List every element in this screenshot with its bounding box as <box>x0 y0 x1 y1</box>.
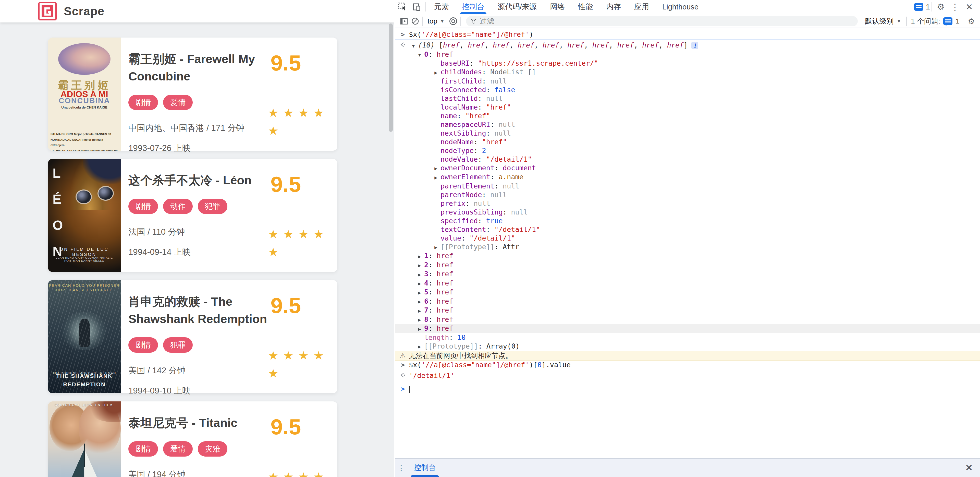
poster-beanie <box>83 159 121 183</box>
expand-arrow-icon[interactable]: ▶ <box>415 270 424 279</box>
inspect-element-icon[interactable] <box>395 0 410 14</box>
poster-sunglasses-left <box>76 190 92 204</box>
movie-title-link[interactable]: 泰坦尼克号 - Titanic <box>128 401 282 432</box>
console-expression: $x('//a[@class="name"]/@href') <box>409 30 980 39</box>
property-prototype: ▶[[Prototype]]: Attr <box>409 242 980 252</box>
movie-title-link[interactable]: 这个杀手不太冷 - Léon <box>128 159 282 189</box>
issues-label: 1 个问题: <box>911 16 940 26</box>
brand-name: Scrape <box>64 4 104 18</box>
tab-Lighthouse[interactable]: Lighthouse <box>655 0 705 14</box>
tag-剧情[interactable]: 剧情 <box>128 95 158 110</box>
clear-console-icon[interactable] <box>410 16 421 27</box>
poster-tagline2: HOPE CAN SET YOU FREE <box>48 288 121 292</box>
expand-arrow-icon[interactable]: ▶ <box>415 325 424 333</box>
issues-counter[interactable]: 1 <box>914 3 930 11</box>
context-label: top <box>428 17 438 25</box>
tag-剧情[interactable]: 剧情 <box>128 337 158 353</box>
drawer-tab-console[interactable]: 控制台 <box>407 459 442 477</box>
issues-bubble-icon <box>943 18 953 25</box>
movie-tags: 剧情犯罪 <box>128 337 286 353</box>
tag-爱情[interactable]: 爱情 <box>163 95 192 110</box>
funnel-icon <box>470 18 477 24</box>
expand-arrow-icon[interactable]: ▶ <box>431 243 441 252</box>
property-nextSibling: nextSibling: null <box>409 129 980 138</box>
console-settings-gear-icon[interactable]: ⚙ <box>966 16 977 27</box>
expand-arrow-icon[interactable]: ▶ <box>415 279 424 288</box>
tab-应用[interactable]: 应用 <box>628 0 655 14</box>
console-prompt-input[interactable] <box>409 384 980 393</box>
expand-arrow-icon[interactable]: ▶ <box>415 261 424 270</box>
tag-爱情[interactable]: 爱情 <box>163 441 192 456</box>
tag-剧情[interactable]: 剧情 <box>128 199 158 214</box>
expand-arrow-icon[interactable]: ▶ <box>415 342 424 351</box>
movie-release-date: 1993-07-26 上映 <box>128 142 286 154</box>
console-filter-input[interactable]: 过滤 <box>466 16 858 26</box>
tab-源代码/来源[interactable]: 源代码/来源 <box>491 0 543 14</box>
tag-灾难[interactable]: 灾难 <box>198 441 228 456</box>
poster-tagline: COULD COME BETWEEN THEM. <box>48 403 121 407</box>
collapse-arrow-icon[interactable]: ▼ <box>415 50 424 59</box>
device-toolbar-icon[interactable] <box>410 0 424 14</box>
settings-gear-icon[interactable]: ⚙ <box>934 0 948 14</box>
poster-image: COULD COME BETWEEN THEM.LEONARDO DiCAPRI… <box>48 401 121 477</box>
expand-arrow-icon[interactable]: ▶ <box>431 164 441 172</box>
expand-arrow-icon[interactable]: ▶ <box>431 173 441 182</box>
tab-控制台[interactable]: 控制台 <box>455 0 491 14</box>
console-log[interactable]: >$x('//a[@class="name"]/@href')▼(10) [hr… <box>395 29 980 458</box>
movie-title-link[interactable]: 肖申克的救赎 - The Shawshank Redemption <box>128 280 282 328</box>
object-property-row: ▶ownerElement: a.name <box>395 172 980 182</box>
expand-arrow-icon[interactable]: ▶ <box>415 288 424 297</box>
tab-性能[interactable]: 性能 <box>571 0 600 14</box>
text-cursor <box>409 386 410 393</box>
divider <box>906 17 907 26</box>
info-badge-icon[interactable]: i <box>691 41 698 49</box>
drawer-kebab-icon[interactable]: ⋮ <box>395 463 407 472</box>
star-icon: ★ <box>268 367 278 380</box>
devtools-panel: 元素控制台源代码/来源网络性能内存应用Lighthouse 1 ⚙ ⋮ ✕ <box>395 0 980 477</box>
movie-region-duration: 法国 / 110 分钟 <box>128 226 286 238</box>
star-icon: ★ <box>283 349 293 362</box>
movie-release-date: 1994-09-14 上映 <box>128 246 286 258</box>
devtools-close-icon[interactable]: ✕ <box>962 0 977 14</box>
object-property-row: nodeType: 2 <box>395 146 980 155</box>
property-ownerDocument: ▶ownerDocument: document <box>409 164 980 173</box>
movie-list: 霸王别姬ADIOS A MICONCUBINAUna película de C… <box>0 22 394 477</box>
toolbar-issues[interactable]: 1 个问题: 1 <box>908 16 962 26</box>
array-item-collapsed: ▶9: href <box>395 324 980 333</box>
issues-count: 1 <box>956 17 959 25</box>
tag-动作[interactable]: 动作 <box>163 199 192 214</box>
object-property-row: textContent: "/detail/1" <box>395 225 980 234</box>
expand-arrow-icon[interactable]: ▶ <box>431 68 441 77</box>
expand-arrow-icon[interactable]: ▶ <box>415 306 424 315</box>
tag-犯罪[interactable]: 犯罪 <box>198 199 228 214</box>
expand-arrow-icon[interactable]: ▶ <box>415 252 424 261</box>
live-expression-eye-icon[interactable] <box>448 16 459 27</box>
devtools-tabs: 元素控制台源代码/来源网络性能内存应用Lighthouse <box>428 0 705 14</box>
movie-title-link[interactable]: 霸王别姬 - Farewell My Concubine <box>128 38 282 85</box>
tab-网络[interactable]: 网络 <box>543 0 571 14</box>
property-specified: specified: true <box>409 217 980 225</box>
property-nodeType: nodeType: 2 <box>409 146 980 155</box>
expand-arrow-icon[interactable]: ▶ <box>415 315 424 324</box>
tag-犯罪[interactable]: 犯罪 <box>163 337 192 353</box>
movie-card-main: 泰坦尼克号 - Titanic剧情爱情灾难美国 / 194 分钟1998-04-… <box>128 401 286 477</box>
warning-triangle-icon: ⚠ <box>399 351 407 360</box>
page-scrollbar <box>389 23 393 477</box>
drawer-close-icon[interactable]: ✕ <box>965 463 973 473</box>
expand-arrow-icon[interactable]: ▶ <box>415 297 424 306</box>
poster-letter: É <box>52 191 63 207</box>
context-selector[interactable]: top ▼ <box>425 17 448 25</box>
movie-tags: 剧情爱情 <box>128 95 286 110</box>
console-sidebar-icon[interactable] <box>398 16 410 27</box>
expand-arrow-icon[interactable]: ▼ <box>409 41 418 50</box>
movie-card: COULD COME BETWEEN THEM.LEONARDO DiCAPRI… <box>48 401 337 477</box>
kebab-menu-icon[interactable]: ⋮ <box>948 0 962 14</box>
tab-内存[interactable]: 内存 <box>600 0 628 14</box>
poster-letter: L <box>52 166 63 181</box>
scrollbar-thumb[interactable] <box>389 24 393 132</box>
tab-元素[interactable]: 元素 <box>428 0 455 14</box>
tag-剧情[interactable]: 剧情 <box>128 441 158 456</box>
property-nodeValue: nodeValue: "/detail/1" <box>409 155 980 164</box>
log-level-selector[interactable]: 默认级别 ▼ <box>861 16 905 26</box>
property-name: name: "href" <box>409 112 980 120</box>
